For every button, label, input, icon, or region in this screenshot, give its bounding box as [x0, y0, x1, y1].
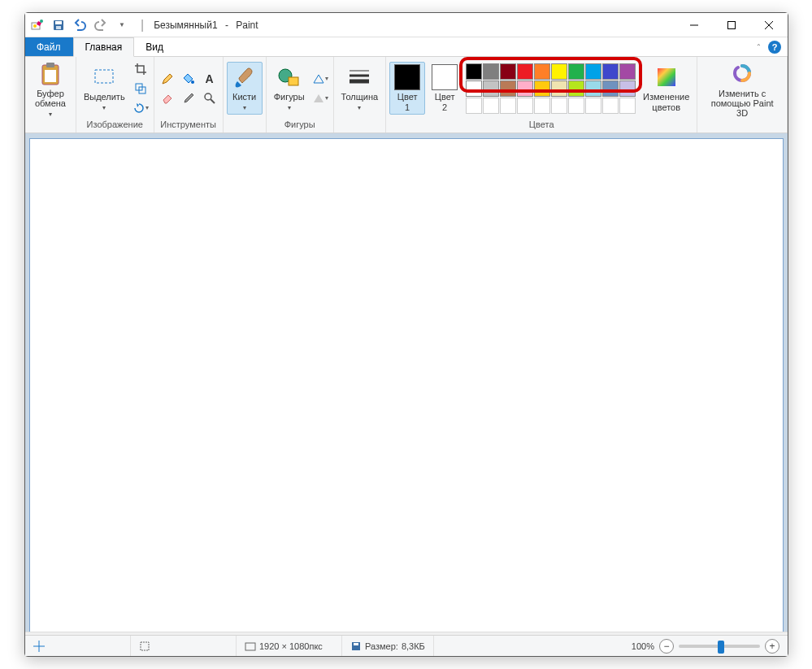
- ribbon-collapse-button[interactable]: ⌃: [756, 43, 762, 50]
- disk-icon: [350, 641, 362, 652]
- color-swatch[interactable]: [534, 63, 550, 80]
- color-swatch[interactable]: [517, 80, 533, 97]
- zoom-in-button[interactable]: +: [765, 639, 779, 654]
- svg-rect-12: [45, 70, 56, 82]
- zoom-controls: 100% − +: [623, 639, 788, 654]
- canvas-dims-cell: 1920 × 1080пкс: [237, 636, 342, 656]
- svg-rect-30: [354, 643, 358, 645]
- custom-color-slot[interactable]: [483, 98, 499, 114]
- redo-button[interactable]: [92, 16, 110, 34]
- color-swatch[interactable]: [619, 80, 636, 97]
- paint3d-button[interactable]: Изменить спомощью Paint 3D: [701, 59, 784, 120]
- zoom-out-button[interactable]: −: [659, 639, 674, 654]
- svg-point-17: [205, 93, 211, 100]
- color-swatch[interactable]: [551, 63, 567, 80]
- svg-point-16: [191, 80, 194, 84]
- app-window: ▼ | Безымянный1 - Paint Файл Главная Вид…: [24, 12, 788, 657]
- fill-tool[interactable]: [179, 70, 198, 88]
- paint3d-icon: [729, 61, 755, 87]
- edit-colors-button[interactable]: Изменениецветов: [639, 62, 693, 114]
- edit-colors-icon: [654, 64, 680, 90]
- selection-icon: [139, 641, 150, 652]
- custom-color-slot[interactable]: [602, 98, 619, 114]
- resize-button[interactable]: [131, 80, 150, 98]
- custom-color-slot[interactable]: [517, 98, 533, 114]
- custom-color-slot[interactable]: [500, 98, 516, 114]
- canvas[interactable]: [30, 139, 783, 632]
- zoom-level-text: 100%: [632, 641, 654, 651]
- custom-color-slot[interactable]: [619, 98, 636, 114]
- color-swatch[interactable]: [483, 80, 499, 97]
- color-swatch[interactable]: [568, 63, 584, 80]
- svg-rect-24: [658, 68, 675, 86]
- custom-color-slot[interactable]: [585, 98, 601, 114]
- brushes-button[interactable]: Кисти▾: [227, 62, 263, 115]
- group-label-image: Изображение: [80, 118, 150, 131]
- color-swatch[interactable]: [500, 63, 516, 80]
- canvas-area: ◄ ►: [25, 133, 788, 656]
- tab-view[interactable]: Вид: [134, 37, 176, 56]
- shape-fill-button[interactable]: ▾: [310, 89, 330, 107]
- color-swatch[interactable]: [585, 80, 601, 97]
- color-swatch[interactable]: [500, 80, 516, 97]
- color-swatch[interactable]: [619, 63, 636, 80]
- color-swatch[interactable]: [483, 63, 499, 80]
- select-button[interactable]: Выделить▾: [80, 62, 129, 115]
- text-tool[interactable]: A: [200, 70, 219, 88]
- statusbar: 1920 × 1080пкс Размер: 8,3КБ 100% − +: [25, 635, 788, 656]
- tab-file[interactable]: Файл: [25, 37, 73, 56]
- svg-point-1: [33, 24, 37, 28]
- custom-color-slot[interactable]: [466, 98, 482, 114]
- color-swatch[interactable]: [585, 63, 601, 80]
- picker-tool[interactable]: [179, 89, 198, 107]
- rotate-button[interactable]: ▾: [131, 99, 150, 117]
- pencil-tool[interactable]: [158, 70, 177, 88]
- undo-button[interactable]: [71, 16, 89, 34]
- brush-icon: [232, 64, 258, 90]
- shapes-icon: [276, 64, 302, 90]
- size-icon: [346, 64, 372, 90]
- color-swatch[interactable]: [466, 63, 482, 80]
- window-title-app: Paint: [236, 20, 258, 31]
- custom-color-slot[interactable]: [551, 98, 567, 114]
- group-label-clipboard: [28, 121, 72, 134]
- close-button[interactable]: [750, 13, 788, 37]
- svg-line-18: [211, 99, 215, 103]
- color-swatch[interactable]: [551, 80, 567, 97]
- cursor-pos-icon: [33, 641, 45, 652]
- color-swatch[interactable]: [534, 80, 550, 97]
- color2-button[interactable]: Цвет2: [427, 62, 462, 114]
- shapes-button[interactable]: Фигуры▾: [270, 62, 309, 115]
- color1-swatch: [394, 64, 420, 90]
- size-button[interactable]: Толщина▾: [337, 62, 383, 115]
- save-button[interactable]: [50, 16, 67, 34]
- color-palette: [464, 62, 637, 115]
- svg-rect-5: [56, 26, 61, 29]
- help-button[interactable]: ?: [768, 41, 781, 54]
- color-swatch[interactable]: [466, 80, 482, 97]
- group-label-tools: Инструменты: [158, 118, 219, 131]
- magnifier-tool[interactable]: [200, 89, 219, 107]
- custom-color-slot[interactable]: [568, 98, 584, 114]
- zoom-slider[interactable]: [679, 645, 760, 648]
- custom-color-slot[interactable]: [534, 98, 550, 114]
- file-size-cell: Размер: 8,3КБ: [342, 636, 434, 656]
- color-swatch[interactable]: [568, 80, 584, 97]
- shape-outline-button[interactable]: ▾: [310, 70, 330, 88]
- ribbon: Буферобмена ▾ Выделить▾ ▾ Изображение: [25, 57, 788, 133]
- paste-button[interactable]: Буферобмена ▾: [28, 59, 72, 121]
- color-swatch[interactable]: [602, 63, 619, 80]
- color2-swatch: [432, 64, 458, 90]
- group-label-shapes: Фигуры: [270, 118, 330, 131]
- color-swatch[interactable]: [602, 80, 619, 97]
- color-swatch[interactable]: [517, 63, 533, 80]
- app-icon: [30, 18, 45, 33]
- crop-button[interactable]: [131, 60, 150, 78]
- minimize-button[interactable]: [675, 13, 713, 37]
- tab-home[interactable]: Главная: [73, 37, 135, 57]
- color1-button[interactable]: Цвет1: [389, 62, 425, 114]
- eraser-tool[interactable]: [158, 89, 177, 107]
- maximize-button[interactable]: [713, 13, 750, 37]
- qat-customize[interactable]: ▼: [113, 16, 131, 34]
- window-title-doc: Безымянный1: [154, 20, 217, 31]
